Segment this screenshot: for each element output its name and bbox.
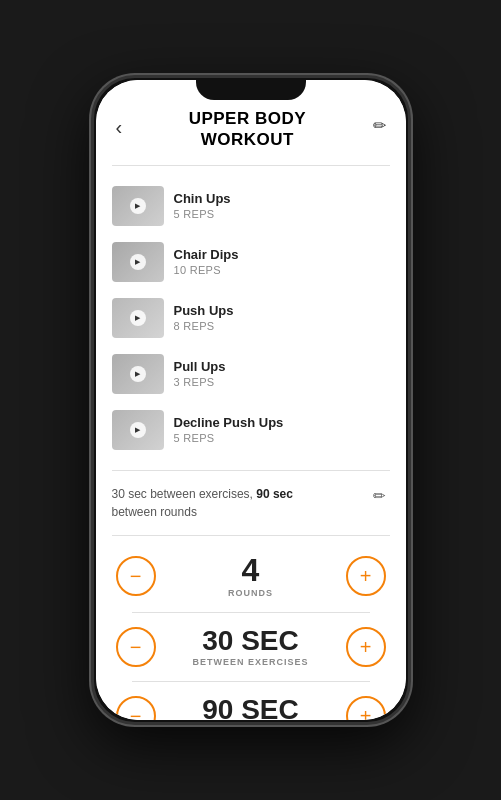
header-divider	[112, 165, 390, 166]
exercise-thumb-pullups[interactable]: ▶	[112, 354, 164, 394]
exercise-thumb-decline[interactable]: ▶	[112, 410, 164, 450]
play-icon-pullups: ▶	[130, 366, 146, 382]
rounds-time-plus-button[interactable]: +	[346, 696, 386, 721]
exercise-name-chinups: Chin Ups	[174, 191, 390, 206]
exercises-number: 30 SEC	[156, 627, 346, 655]
controls-divider	[112, 535, 390, 536]
exercise-reps-pushups: 8 REPS	[174, 320, 390, 332]
between-exercises-control: − 30 SEC BETWEEN EXERCISES +	[116, 617, 386, 677]
exercise-thumb-chinups[interactable]: ▶	[112, 186, 164, 226]
exercise-name-chairdips: Chair Dips	[174, 247, 390, 262]
exercise-name-pullups: Pull Ups	[174, 359, 390, 374]
exercise-name-decline: Decline Push Ups	[174, 415, 390, 430]
exercise-item-chairdips: ▶ Chair Dips 10 REPS	[96, 234, 406, 290]
exercise-item-pushups: ▶ Push Ups 8 REPS	[96, 290, 406, 346]
exercises-minus-button[interactable]: −	[116, 627, 156, 667]
exercise-info-chairdips: Chair Dips 10 REPS	[174, 247, 390, 276]
rounds-divider	[132, 612, 370, 613]
page-title: UPPER BODY WORKOUT	[134, 108, 360, 151]
exercise-info-decline: Decline Push Ups 5 REPS	[174, 415, 390, 444]
play-icon-decline: ▶	[130, 422, 146, 438]
play-icon-chairdips: ▶	[130, 254, 146, 270]
rounds-plus-button[interactable]: +	[346, 556, 386, 596]
rounds-time-number: 90 SEC	[156, 696, 346, 721]
rounds-value-group: 4 ROUNDS	[156, 554, 346, 598]
exercise-reps-chairdips: 10 REPS	[174, 264, 390, 276]
exercise-thumb-pushups[interactable]: ▶	[112, 298, 164, 338]
exercise-item-decline: ▶ Decline Push Ups 5 REPS	[96, 402, 406, 458]
exercise-item-chinups: ▶ Chin Ups 5 REPS	[96, 178, 406, 234]
phone-frame: ‹ UPPER BODY WORKOUT ✏ ▶ Chin Ups 5 REPS	[91, 75, 411, 725]
exercises-value-group: 30 SEC BETWEEN EXERCISES	[156, 627, 346, 667]
exercise-info-pullups: Pull Ups 3 REPS	[174, 359, 390, 388]
exercises-plus-button[interactable]: +	[346, 627, 386, 667]
phone-screen: ‹ UPPER BODY WORKOUT ✏ ▶ Chin Ups 5 REPS	[96, 80, 406, 720]
play-icon-chinups: ▶	[130, 198, 146, 214]
phone-notch	[196, 78, 306, 100]
exercises-label: BETWEEN EXERCISES	[156, 657, 346, 667]
exercise-info-chinups: Chin Ups 5 REPS	[174, 191, 390, 220]
exercise-reps-chinups: 5 REPS	[174, 208, 390, 220]
exercise-item-pullups: ▶ Pull Ups 3 REPS	[96, 346, 406, 402]
rounds-time-minus-button[interactable]: −	[116, 696, 156, 721]
rounds-label: ROUNDS	[156, 588, 346, 598]
rounds-minus-button[interactable]: −	[116, 556, 156, 596]
exercise-info-pushups: Push Ups 8 REPS	[174, 303, 390, 332]
rounds-control: − 4 ROUNDS +	[116, 544, 386, 608]
rounds-time-value-group: 90 SEC BETWEEN ROUNDS	[156, 696, 346, 721]
settings-row: 30 sec between exercises, 90 secbetween …	[96, 475, 406, 531]
between-rounds-control: − 90 SEC BETWEEN ROUNDS +	[116, 686, 386, 721]
rounds-number: 4	[156, 554, 346, 586]
exercise-reps-pullups: 3 REPS	[174, 376, 390, 388]
exercises-divider	[132, 681, 370, 682]
controls-section: − 4 ROUNDS + − 30 SEC BETWEEN EXERCISES	[96, 540, 406, 721]
exercise-list: ▶ Chin Ups 5 REPS ▶ Chair Dips 10 REPS	[96, 170, 406, 466]
settings-divider	[112, 470, 390, 471]
exercise-name-pushups: Push Ups	[174, 303, 390, 318]
exercise-thumb-chairdips[interactable]: ▶	[112, 242, 164, 282]
exercise-reps-decline: 5 REPS	[174, 432, 390, 444]
screen-content: ‹ UPPER BODY WORKOUT ✏ ▶ Chin Ups 5 REPS	[96, 80, 406, 720]
back-button[interactable]: ‹	[112, 112, 127, 143]
settings-edit-button[interactable]: ✏	[369, 485, 390, 507]
settings-text: 30 sec between exercises, 90 secbetween …	[112, 485, 369, 521]
edit-button[interactable]: ✏	[369, 112, 390, 139]
play-icon-pushups: ▶	[130, 310, 146, 326]
